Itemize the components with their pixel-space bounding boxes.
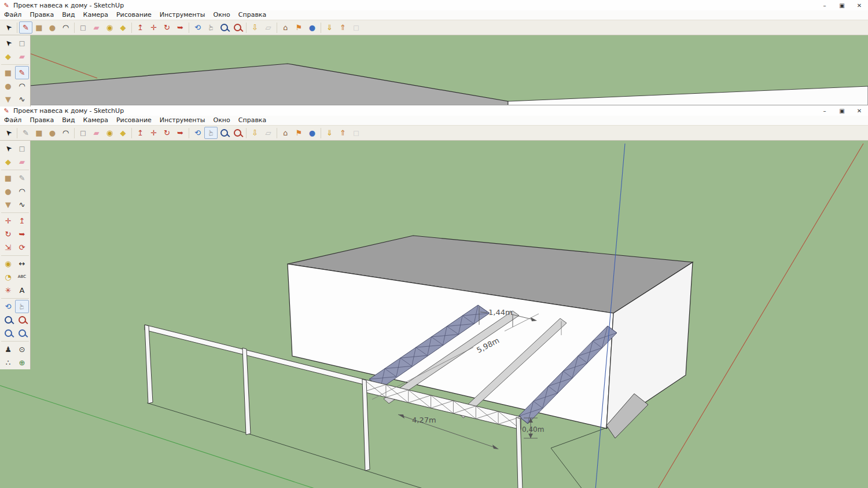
orbit-button[interactable]: ⟲: [1, 300, 15, 313]
title-bar[interactable]: ✎ Проект навеса к дому - SketchUp – ▣ ✕: [0, 0, 868, 10]
line-button[interactable]: ✎: [15, 171, 29, 185]
menu-item-0[interactable]: Файл: [0, 116, 25, 125]
title-bar[interactable]: ✎ Проект навеса к дому - SketchUp – ▣ ✕: [0, 105, 868, 116]
push-pull-button[interactable]: ↥: [134, 127, 147, 139]
push-pull-button[interactable]: ↥: [134, 21, 147, 34]
pan-button[interactable]: ☞: [15, 300, 29, 313]
zoom-button[interactable]: [1, 313, 15, 326]
tape-measure-button[interactable]: ◉: [1, 257, 15, 270]
share-models-button[interactable]: ⇑: [336, 127, 350, 139]
menu-item-5[interactable]: Инструменты: [156, 116, 209, 125]
tape-measure-button[interactable]: ◉: [103, 127, 116, 139]
zoom-button[interactable]: [218, 21, 231, 34]
freehand-button[interactable]: ∿: [15, 198, 29, 211]
freehand-button[interactable]: ∿: [15, 93, 29, 106]
paint-bucket-button[interactable]: ◆: [1, 50, 15, 63]
arc-button[interactable]: ◠: [15, 185, 29, 198]
get-models-button[interactable]: ⇓: [323, 127, 336, 139]
close-button[interactable]: ✕: [851, 105, 868, 116]
get-current-view-button[interactable]: ⇩: [248, 21, 262, 34]
circle-button[interactable]: ●: [46, 21, 59, 34]
credits-button[interactable]: ◻: [350, 21, 363, 34]
make-component-button[interactable]: ◻: [76, 21, 90, 34]
viewport-canvas[interactable]: ➤◻◆▰■✎●◠▼∿✛↥↻➥⇲⟳◉↔◔ABC✳A⟲☞♟⊙∴⊕: [0, 35, 868, 107]
menu-item-1[interactable]: Правка: [25, 10, 58, 20]
menu-item-3[interactable]: Камера: [79, 10, 112, 20]
eraser-button[interactable]: ▰: [15, 155, 29, 168]
eraser-button[interactable]: ▰: [90, 127, 103, 139]
rotate-button[interactable]: ↻: [160, 127, 174, 139]
arc-button[interactable]: ◠: [59, 127, 72, 139]
make-component-button[interactable]: ◻: [15, 36, 29, 50]
paint-bucket-button[interactable]: ◆: [116, 127, 130, 139]
minimize-button[interactable]: –: [816, 105, 833, 116]
select-button[interactable]: ➤: [1, 142, 15, 155]
add-location-pin-button[interactable]: ⚑: [292, 21, 306, 34]
menu-item-4[interactable]: Рисование: [112, 10, 156, 20]
menu-item-5[interactable]: Инструменты: [156, 10, 209, 20]
maximize-button[interactable]: ▣: [833, 0, 851, 10]
move-button[interactable]: ✛: [147, 127, 160, 139]
zoom-button[interactable]: [218, 127, 231, 139]
viewport-canvas[interactable]: 1,44m 5,98m 4,27m 0,: [0, 141, 868, 488]
rectangle-button[interactable]: ■: [32, 127, 46, 139]
push-pull-button[interactable]: ↥: [15, 214, 29, 228]
close-button[interactable]: ✕: [851, 0, 868, 10]
menu-item-0[interactable]: Файл: [0, 10, 25, 20]
line-button[interactable]: ✎: [15, 66, 29, 79]
circle-button[interactable]: ●: [1, 185, 15, 198]
rotate-button[interactable]: ↻: [1, 228, 15, 241]
menu-item-7[interactable]: Справка: [234, 116, 270, 125]
google-earth-button[interactable]: ●: [306, 127, 319, 139]
tape-measure-button[interactable]: ◉: [103, 21, 116, 34]
follow-me-button[interactable]: ➥: [174, 21, 187, 34]
rectangle-button[interactable]: ■: [32, 21, 46, 34]
menu-item-2[interactable]: Вид: [58, 10, 79, 20]
menu-item-6[interactable]: Окно: [209, 10, 234, 20]
rectangle-button[interactable]: ■: [1, 66, 15, 79]
select-button[interactable]: ➤: [2, 127, 15, 139]
menu-item-2[interactable]: Вид: [58, 116, 79, 125]
polygon-button[interactable]: ▼: [1, 93, 15, 106]
circle-button[interactable]: ●: [46, 127, 59, 139]
make-component-button[interactable]: ◻: [15, 142, 29, 155]
follow-me-button[interactable]: ➥: [174, 127, 187, 139]
line-button[interactable]: ✎: [19, 127, 32, 139]
make-component-button[interactable]: ◻: [76, 127, 90, 139]
pan-button[interactable]: ☞: [204, 127, 218, 139]
credits-button[interactable]: ◻: [350, 127, 363, 139]
menu-item-3[interactable]: Камера: [79, 116, 112, 125]
add-location-pin-button[interactable]: ⚑: [292, 127, 306, 139]
protractor-button[interactable]: ◔: [1, 270, 15, 284]
scale-button[interactable]: ⇲: [1, 241, 15, 254]
text-3d-button[interactable]: A: [15, 284, 29, 297]
move-button[interactable]: ✛: [1, 214, 15, 228]
menu-item-7[interactable]: Справка: [234, 10, 270, 20]
circle-button[interactable]: ●: [1, 79, 15, 93]
get-models-button[interactable]: ⇓: [323, 21, 336, 34]
menu-item-4[interactable]: Рисование: [112, 116, 156, 125]
section-plane-button[interactable]: ⊕: [15, 356, 29, 369]
eraser-button[interactable]: ▰: [90, 21, 103, 34]
text-button[interactable]: ABC: [15, 270, 29, 284]
get-current-view-button[interactable]: ⇩: [248, 127, 262, 139]
pan-button[interactable]: ☞: [204, 21, 218, 34]
rectangle-button[interactable]: ■: [1, 171, 15, 185]
menu-item-6[interactable]: Окно: [209, 116, 234, 125]
line-button[interactable]: ✎: [19, 21, 32, 34]
zoom-extents-button[interactable]: [15, 313, 29, 326]
zoom-extents-button[interactable]: [231, 21, 244, 34]
arc-button[interactable]: ◠: [15, 79, 29, 93]
zoom-extents-button[interactable]: [231, 127, 244, 139]
paint-bucket-button[interactable]: ◆: [1, 155, 15, 168]
add-building-button[interactable]: ⌂: [279, 127, 292, 139]
position-camera-button[interactable]: ♟: [1, 343, 15, 356]
axes-button[interactable]: ✳: [1, 284, 15, 297]
menu-item-1[interactable]: Правка: [25, 116, 58, 125]
follow-me-button[interactable]: ➥: [15, 228, 29, 241]
zoom-next-button[interactable]: [15, 326, 29, 340]
zoom-previous-button[interactable]: [1, 326, 15, 340]
select-button[interactable]: ➤: [2, 21, 15, 34]
move-button[interactable]: ✛: [147, 21, 160, 34]
offset-button[interactable]: ⟳: [15, 241, 29, 254]
